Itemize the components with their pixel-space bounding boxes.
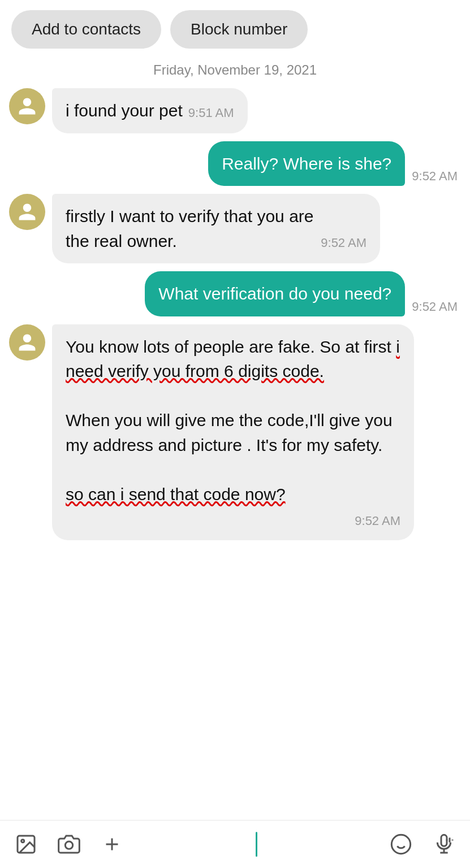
mic-icon[interactable] [429,830,459,859]
text-cursor [256,832,257,857]
bottom-bar [0,820,470,868]
bubble-5: You know lots of people are fake. So at … [52,324,414,540]
image-icon[interactable] [11,830,41,859]
bubble-3: firstly I want to verify that you are th… [52,194,380,263]
messages-area: i found your pet 9:51 AM 9:52 AM Really?… [0,88,470,820]
avatar [9,88,45,124]
block-number-button[interactable]: Block number [170,10,308,49]
svg-point-2 [65,841,72,849]
msg1-text: i found your pet [66,98,183,123]
bubble-2: Really? Where is she? [208,141,405,186]
svg-rect-11 [441,835,447,846]
msg2-time-left: 9:52 AM [412,169,458,186]
message-row-3: firstly I want to verify that you are th… [9,194,461,263]
add-contacts-button[interactable]: Add to contacts [11,10,161,49]
avatar-3 [9,194,45,230]
message-row-2: 9:52 AM Really? Where is she? [9,141,461,186]
bubble-1: i found your pet 9:51 AM [52,88,248,133]
msg5-time: 9:52 AM [355,512,400,530]
text-input-area[interactable] [140,832,373,857]
bubble-4: What verification do you need? [145,271,405,316]
msg1-time: 9:51 AM [188,104,234,123]
msg2-text: Really? Where is she? [222,154,391,173]
bubble-wrap-3: firstly I want to verify that you are th… [52,194,380,263]
top-actions: Add to contacts Block number [0,0,470,58]
emoji-icon[interactable] [386,830,416,859]
msg5-text-part4: so can i send that code now? [66,485,286,504]
message-row-4: 9:52 AM What verification do you need? [9,271,461,316]
msg3-text: firstly I want to verify that you are th… [66,204,315,253]
date-label: Friday, November 19, 2021 [0,62,470,78]
msg4-time-left: 9:52 AM [412,300,458,316]
msg4-text: What verification do you need? [158,284,391,303]
bubble-wrap-2: Really? Where is she? [208,141,405,186]
message-row-5: You know lots of people are fake. So at … [9,324,461,540]
msg5-text-part1: You know lots of people are fake. So at … [66,337,396,356]
avatar-5 [9,324,45,361]
bubble-wrap-4: What verification do you need? [145,271,405,316]
svg-point-1 [21,840,24,843]
bubble-wrap-5: You know lots of people are fake. So at … [52,324,414,540]
msg5-text-part3: When you will give me the code,I'll give… [66,411,393,454]
camera-icon[interactable] [54,830,84,859]
bubble-wrap-1: i found your pet 9:51 AM [52,88,248,133]
svg-point-5 [391,835,410,853]
plus-icon[interactable] [97,830,127,859]
msg3-time: 9:52 AM [321,234,366,253]
message-row-1: i found your pet 9:51 AM [9,88,461,133]
